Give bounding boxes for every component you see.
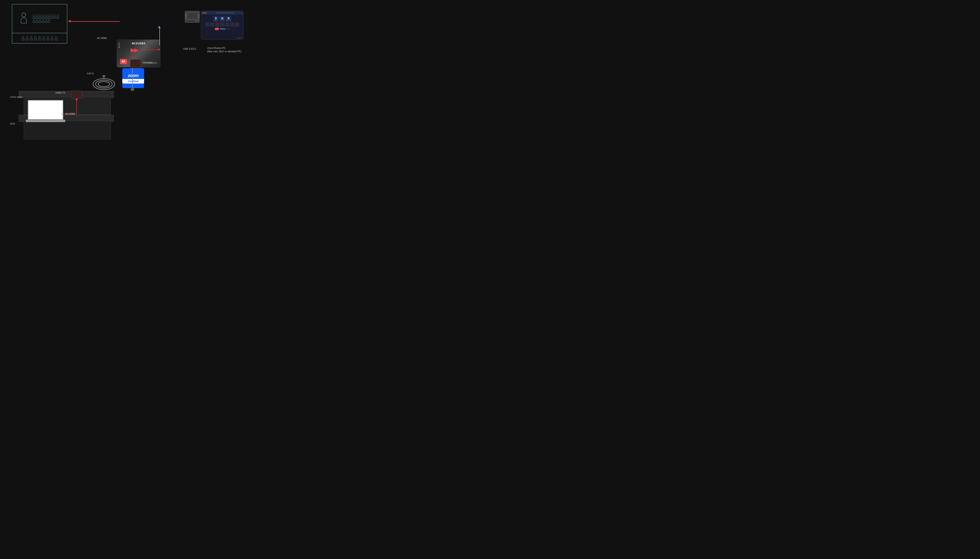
cable-rx-to-coil bbox=[132, 68, 133, 89]
presenter-body bbox=[21, 17, 27, 23]
dot-gray bbox=[119, 47, 120, 48]
display-top bbox=[12, 4, 67, 33]
bottom-person bbox=[22, 36, 24, 40]
coil-svg bbox=[91, 75, 117, 93]
hdmi-4k-top-label: 4K HDMI bbox=[97, 37, 107, 40]
audience-person bbox=[45, 15, 47, 18]
hdmi-4k-bottom-label: 4K HDMI bbox=[65, 112, 75, 115]
zoom-volume-fill bbox=[220, 28, 225, 29]
coil-connector-top bbox=[130, 88, 134, 91]
bottom-person bbox=[43, 36, 45, 40]
display-screen bbox=[12, 4, 67, 43]
dot-green bbox=[119, 45, 120, 46]
cat6-label: CAT 6 bbox=[87, 72, 94, 75]
mac-ports bbox=[188, 21, 195, 22]
dot-red bbox=[119, 43, 120, 44]
mac-port bbox=[190, 21, 191, 22]
share-label: Share Screen bbox=[226, 20, 231, 20]
cam-icon bbox=[221, 17, 223, 19]
mac-port bbox=[188, 21, 190, 22]
bottom-person bbox=[38, 36, 41, 40]
zoom-icon-2[interactable] bbox=[210, 22, 214, 27]
zoom-icon-5[interactable] bbox=[225, 22, 229, 27]
bottom-person bbox=[26, 36, 28, 40]
zoom-certified-label: Certified bbox=[122, 79, 144, 84]
audience-person bbox=[53, 15, 56, 18]
laptop bbox=[26, 100, 65, 126]
audience-person bbox=[48, 15, 50, 18]
bottom-person bbox=[47, 36, 49, 40]
zoom-icon-more[interactable]: ··· bbox=[235, 22, 239, 27]
bottom-person bbox=[55, 36, 58, 40]
arrow-to-display-head bbox=[68, 20, 71, 23]
zoom-bottom-controls bbox=[202, 28, 243, 30]
mac-led bbox=[196, 21, 196, 22]
share-icon bbox=[228, 17, 229, 19]
titlebar-max bbox=[205, 12, 206, 13]
zoom-icon-3[interactable] bbox=[215, 22, 219, 27]
arrow-to-display bbox=[68, 21, 120, 22]
device-name-label: 4K2USB3 bbox=[132, 42, 145, 45]
audience-person bbox=[33, 19, 35, 23]
zoom-mute-btn[interactable]: Mute bbox=[213, 16, 219, 22]
audience-person bbox=[48, 19, 50, 23]
usb-label: USB 3.0/2.0 bbox=[183, 48, 196, 50]
audience-person bbox=[36, 19, 38, 23]
laptop-base bbox=[26, 120, 65, 122]
zoom-video-btn[interactable]: Stop Video bbox=[219, 16, 225, 22]
hdmi-rx-box bbox=[130, 60, 141, 68]
device-indicator-dots bbox=[119, 43, 120, 48]
titlebar-min bbox=[204, 12, 205, 13]
titlebar-close bbox=[202, 12, 203, 13]
audience-person bbox=[39, 15, 41, 18]
laptop-screen bbox=[28, 100, 63, 120]
display-bottom-row bbox=[12, 33, 67, 43]
zoom-rooms-pc-label: Zoom Rooms PC (Mac mini, NUC or standard… bbox=[207, 46, 241, 53]
titlebar-text: Inogeni's Personal Meeting Room bbox=[209, 12, 242, 13]
logitech-brand-label: logitech bbox=[236, 37, 242, 39]
audience-person bbox=[36, 15, 38, 18]
audience-person bbox=[41, 15, 44, 18]
mac-port bbox=[193, 21, 195, 22]
zoom-logo: zoom bbox=[128, 73, 139, 78]
table-label: table bbox=[10, 122, 15, 125]
zoom-secondary-controls: ··· bbox=[202, 22, 243, 27]
bottom-person bbox=[34, 36, 37, 40]
svg-point-2 bbox=[98, 81, 110, 87]
device-play-arrows: ▶▶ bbox=[130, 47, 138, 53]
audience-person bbox=[39, 19, 41, 23]
usb-arrow-vertical bbox=[159, 28, 160, 45]
hdmi-rx-label: HDMI RX bbox=[142, 61, 153, 64]
device-4k-badge: 4K bbox=[120, 59, 127, 64]
audience-person bbox=[45, 19, 47, 23]
under-table-label: Under table bbox=[10, 96, 22, 98]
hdmi-tx-box bbox=[71, 91, 82, 99]
presenter-figure bbox=[19, 13, 29, 26]
audience-person bbox=[51, 15, 53, 18]
zoom-icon-1[interactable] bbox=[205, 22, 210, 27]
zoom-volume-bar bbox=[220, 28, 230, 29]
bottom-person bbox=[30, 36, 33, 40]
presenter-head bbox=[21, 13, 26, 17]
zoom-ui-titlebar: Inogeni's Personal Meeting Room bbox=[201, 11, 243, 15]
audience-person bbox=[56, 15, 59, 18]
hdmi-arrowhead bbox=[158, 48, 160, 51]
zoom-end-call-btn[interactable] bbox=[215, 28, 219, 30]
zoom-ui-body: Mute Stop Video Share Screen bbox=[201, 15, 243, 31]
audience-person bbox=[41, 19, 44, 23]
coiled-cable bbox=[91, 75, 117, 93]
zoom-icon-6[interactable] bbox=[230, 22, 234, 27]
audience-grid bbox=[33, 15, 60, 23]
zoom-icon-4[interactable] bbox=[220, 22, 224, 27]
mac-port bbox=[192, 21, 193, 22]
audience-person bbox=[33, 15, 35, 18]
diagram-container: 4K HDMI 4K2USB3 ▶▶ 4K INOGENI zoom Certi… bbox=[0, 0, 246, 140]
mute-label: Mute bbox=[215, 20, 217, 21]
laptop-hdmi-vertical bbox=[76, 98, 77, 114]
zoom-ui-card: Inogeni's Personal Meeting Room Mute Sto… bbox=[201, 11, 243, 40]
svg-rect-4 bbox=[102, 75, 105, 77]
zoom-certified-badge: zoom Certified bbox=[122, 68, 144, 88]
mac-mini bbox=[185, 11, 200, 23]
mic-icon bbox=[215, 17, 217, 20]
zoom-share-btn[interactable]: Share Screen bbox=[226, 16, 231, 22]
